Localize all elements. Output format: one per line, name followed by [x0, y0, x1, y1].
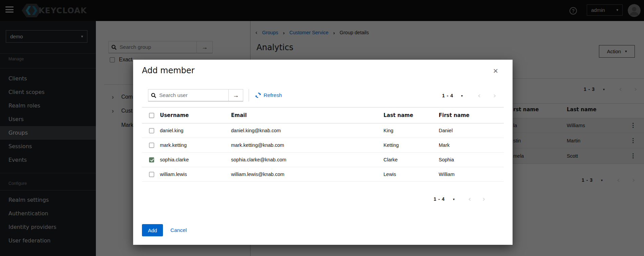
cell-email: mark.ketting@knab.com: [231, 142, 383, 148]
close-icon[interactable]: ✕: [493, 67, 498, 75]
cell-last-name: Ketting: [383, 142, 439, 148]
table-header-row: Username Email Last name First name: [142, 107, 504, 123]
pagination-prev-icon[interactable]: ‹: [478, 92, 481, 99]
cell-first-name: William: [439, 172, 504, 177]
add-member-modal: Add member ✕ → Refresh 1 - 4 ▾ ‹ ›: [133, 60, 513, 245]
cell-email: william.lewis@knab.com: [231, 172, 383, 177]
refresh-button[interactable]: Refresh: [255, 92, 282, 98]
cell-last-name: Lewis: [383, 172, 439, 177]
user-pagination-top: 1 - 4 ▾ ‹ ›: [442, 92, 496, 99]
pagination-range: 1 - 4: [434, 196, 445, 202]
cell-first-name: Mark: [439, 142, 504, 148]
cell-username: daniel.king: [154, 128, 231, 133]
row-checkbox[interactable]: [149, 128, 154, 133]
user-search-input[interactable]: [159, 92, 226, 98]
pagination-next-icon[interactable]: ›: [493, 92, 496, 99]
arrow-right-icon: →: [233, 92, 239, 99]
divider: [249, 89, 249, 101]
cell-last-name: Clarke: [383, 157, 439, 162]
chevron-down-icon[interactable]: ▾: [461, 94, 463, 98]
cell-username: sophia.clarke: [154, 157, 231, 162]
select-all-checkbox[interactable]: [149, 113, 154, 118]
col-header-username: Username: [154, 112, 231, 118]
table-row[interactable]: sophia.clarke sophia.clarke@knab.com Cla…: [142, 153, 504, 167]
add-button[interactable]: Add: [142, 224, 163, 236]
col-header-email: Email: [231, 112, 383, 118]
refresh-label: Refresh: [264, 92, 282, 98]
cell-username: william.lewis: [154, 172, 231, 177]
pagination-next-icon[interactable]: ›: [482, 195, 485, 203]
col-header-first-name: First name: [439, 112, 504, 118]
modal-title: Add member: [142, 66, 194, 75]
chevron-down-icon[interactable]: ▾: [453, 197, 455, 201]
cell-email: sophia.clarke@knab.com: [231, 157, 383, 162]
cell-username: mark.ketting: [154, 142, 231, 148]
table-row[interactable]: mark.ketting mark.ketting@knab.com Ketti…: [142, 138, 504, 153]
row-checkbox[interactable]: [149, 157, 154, 162]
row-checkbox[interactable]: [149, 172, 154, 177]
cancel-button[interactable]: Cancel: [170, 227, 187, 233]
cell-last-name: King: [383, 128, 439, 133]
col-header-last-name: Last name: [383, 112, 439, 118]
cell-first-name: Daniel: [439, 128, 504, 133]
table-row[interactable]: william.lewis william.lewis@knab.com Lew…: [142, 167, 504, 182]
user-table: Username Email Last name First name dani…: [142, 107, 504, 182]
row-checkbox[interactable]: [149, 143, 154, 148]
search-icon: [151, 93, 156, 98]
modal-toolbar: → Refresh: [148, 89, 282, 101]
cell-first-name: Sophia: [439, 157, 504, 162]
pagination-range: 1 - 4: [442, 93, 453, 98]
pagination-prev-icon[interactable]: ‹: [468, 195, 471, 203]
refresh-icon: [255, 93, 261, 98]
user-pagination-bottom: 1 - 4 ▾ ‹ ›: [434, 195, 485, 203]
cell-email: daniel.king@knab.com: [231, 128, 383, 133]
user-search-submit-button[interactable]: →: [229, 89, 243, 101]
table-row[interactable]: daniel.king daniel.king@knab.com King Da…: [142, 123, 504, 138]
user-search-box: [148, 89, 229, 101]
